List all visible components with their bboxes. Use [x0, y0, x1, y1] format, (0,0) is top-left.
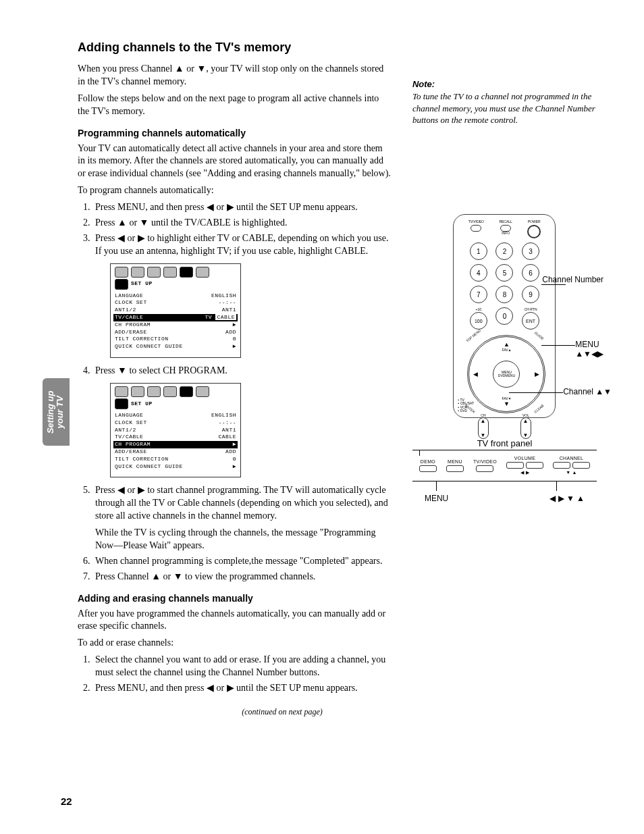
intro-para-1: When you press Channel ▲ or ▼, your TV w…: [78, 63, 392, 88]
remote-num-8: 8: [495, 286, 513, 303]
auto-para-2: To program channels automatically:: [78, 184, 392, 197]
auto-step-2: Press ▲ or ▼ until the TV/CABLE is highl…: [92, 217, 392, 230]
panel-callout-arrows: ◀ ▶ ▼ ▲: [549, 494, 585, 503]
main-column: When you press Channel ▲ or ▼, your TV w…: [78, 59, 392, 717]
remote-num-9: 9: [522, 286, 539, 303]
chapter-tab-line2: your TV: [55, 396, 65, 428]
remote-num-1: 1: [470, 242, 487, 260]
callout-channel-number: Channel Number: [542, 275, 603, 284]
page-number: 22: [61, 796, 72, 807]
remote-num-100: 100: [470, 312, 487, 330]
note-heading: Note:: [412, 79, 597, 89]
manual-para-1: After you have programmed the channels a…: [78, 608, 392, 633]
remote-num-5: 5: [495, 264, 513, 282]
osd-screenshot-2: SET UP LANGUAGEENGLISH CLOCK SET--:-- AN…: [110, 383, 241, 477]
tv-front-panel: TV front panel DEMO MENU TV/VIDEO VOLUME…: [412, 438, 597, 503]
subhead-manual: Adding and erasing channels manually: [78, 593, 392, 604]
callout-channel-updown: Channel ▲▼: [563, 387, 612, 396]
manual-para-2: To add or erase channels:: [78, 637, 392, 650]
osd-screenshot-1: SET UP LANGUAGEENGLISH CLOCK SET--:-- AN…: [110, 263, 241, 358]
chapter-tab: Setting up your TV: [43, 378, 70, 446]
side-column: Note: To tune the TV to a channel not pr…: [412, 59, 597, 717]
remote-num-3: 3: [522, 242, 539, 260]
osd1-title: SET UP: [131, 280, 153, 288]
intro-para-2: Follow the steps below and on the next p…: [78, 93, 392, 118]
chapter-tab-line1: Setting up: [46, 390, 56, 434]
remote-num-7: 7: [470, 286, 487, 303]
auto-step-7: Press Channel ▲ or ▼ to view the program…: [92, 571, 392, 583]
auto-step-1: Press MENU, and then press ◀ or ▶ until …: [92, 201, 392, 214]
auto-step-6: When channel programming is complete,the…: [92, 555, 392, 568]
remote-num-2: 2: [495, 242, 513, 260]
manual-steps: Select the channel you want to add or er…: [78, 654, 392, 695]
manual-step-2: Press MENU, and then press ◀ or ▶ until …: [92, 682, 392, 695]
continued-notice: (continued on next page): [172, 707, 392, 717]
auto-step-3: Press ◀ or ▶ to highlight either TV or C…: [92, 232, 392, 358]
remote-num-0: 0: [495, 307, 513, 325]
remote-num-ent: ENT: [522, 312, 539, 330]
auto-step-5: Press ◀ or ▶ to start channel programmin…: [92, 484, 392, 552]
subhead-auto: Programming channels automatically: [78, 128, 392, 138]
auto-steps: Press MENU, and then press ◀ or ▶ until …: [78, 201, 392, 583]
remote-illustration: TV/VIDEO RECALLINFO POWER 1 2 3 4 5 6 7 …: [412, 214, 597, 418]
remote-num-4: 4: [470, 264, 487, 282]
note-body: To tune the TV to a channel not programm…: [412, 90, 597, 126]
callout-menu: MENU ▲▼◀▶: [575, 340, 603, 359]
auto-step-4: Press ▼ to select CH PROGRAM. SET UP LAN…: [92, 365, 392, 477]
panel-callout-menu: MENU: [425, 494, 448, 503]
remote-dpad: TOP MENU GUIDE FAV▲ ▲ ◀ MENU DVDMENU ▶ ▼…: [467, 335, 541, 409]
osd2-title: SET UP: [131, 400, 153, 408]
auto-para-1: Your TV can automatically detect all act…: [78, 142, 392, 181]
remote-num-6: 6: [522, 264, 539, 282]
manual-step-1: Select the channel you want to add or er…: [92, 654, 392, 679]
page-title: Adding channels to the TV's memory: [78, 41, 597, 55]
